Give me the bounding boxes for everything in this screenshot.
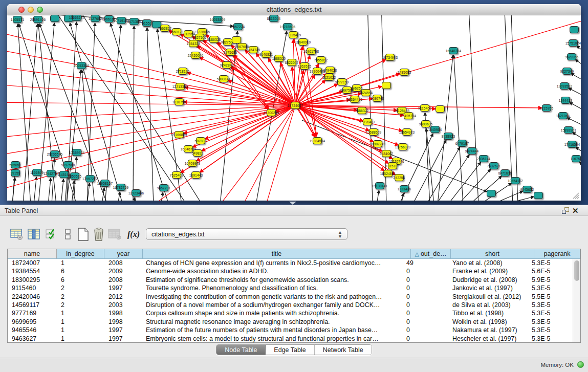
graph-node[interactable]: 20053346: [77, 62, 86, 69]
graph-node[interactable]: 7663822: [160, 25, 169, 32]
graph-node[interactable]: 1810755: [175, 98, 184, 105]
graph-node[interactable]: 18300295: [267, 109, 276, 116]
graph-node[interactable]: 8215955: [542, 104, 551, 112]
column-header-out_de[interactable]: △ out_de…: [411, 249, 451, 258]
graph-node[interactable]: 8813054: [269, 15, 278, 22]
delete-table-icon[interactable]: [107, 227, 123, 242]
graph-node[interactable]: 1654338: [189, 40, 198, 47]
graph-node[interactable]: 1640954: [430, 126, 440, 133]
graph-node[interactable]: 1733426: [400, 185, 409, 192]
graph-node[interactable]: 8454749: [249, 46, 258, 53]
new-table-icon[interactable]: [76, 227, 91, 242]
graph-node[interactable]: 19138141: [375, 182, 384, 189]
graph-node[interactable]: [232, 36, 241, 43]
graph-node[interactable]: 1815182: [388, 162, 397, 169]
graph-node[interactable]: 19166829: [175, 131, 184, 138]
graph-node[interactable]: 3975685: [226, 49, 235, 56]
graph-node[interactable]: 587833: [196, 137, 205, 144]
column-header-name[interactable]: name: [8, 249, 57, 258]
graph-node[interactable]: 20364456: [350, 96, 359, 103]
graph-node[interactable]: 9227349: [562, 68, 572, 75]
graph-node[interactable]: 19654923: [402, 128, 411, 136]
graph-node[interactable]: 20206576: [50, 150, 59, 158]
graph-node[interactable]: 1080748: [373, 95, 382, 102]
graph-node[interactable]: 8471676: [500, 169, 510, 177]
graph-node[interactable]: 8186328: [209, 36, 219, 43]
graph-node[interactable]: [382, 82, 391, 89]
graph-node[interactable]: 7857224: [233, 23, 243, 30]
graph-node[interactable]: [534, 192, 543, 199]
graph-node[interactable]: 1621064: [558, 112, 568, 119]
graph-node[interactable]: 12093582: [560, 82, 569, 90]
table-settings-icon[interactable]: [9, 227, 25, 242]
graph-node[interactable]: 9474444: [467, 147, 476, 155]
graph-node[interactable]: 2967608: [237, 43, 247, 50]
graph-node[interactable]: 9115460: [420, 104, 429, 112]
graph-node[interactable]: 15892901: [564, 126, 573, 134]
table-row[interactable]: 1456911722003Disruption of a novel membe…: [8, 301, 573, 309]
tab-network-table[interactable]: Network Table: [315, 345, 372, 355]
graph-node[interactable]: 10653287: [72, 15, 81, 21]
graph-node[interactable]: 2935114: [479, 155, 488, 162]
graph-node[interactable]: 1691443: [191, 171, 201, 179]
graph-node[interactable]: 252254: [395, 174, 404, 181]
window-titlebar[interactable]: citations_edges.txt: [7, 4, 581, 15]
graph-node[interactable]: 19734943: [385, 54, 395, 61]
select-rows-icon[interactable]: [44, 227, 59, 242]
graph-node[interactable]: 9457791: [159, 184, 168, 191]
graph-node[interactable]: 19756928: [398, 143, 407, 150]
graph-node[interactable]: 17359924: [72, 149, 81, 156]
graph-node[interactable]: 16958167: [100, 180, 110, 187]
table-row[interactable]: 946362711997Embryonic stem cells: a mode…: [8, 335, 573, 342]
graph-node[interactable]: 7486322: [357, 107, 366, 114]
graph-node[interactable]: 1588520: [274, 55, 284, 62]
graph-node[interactable]: 9245652: [522, 186, 532, 193]
graph-node[interactable]: 9777169: [337, 78, 346, 85]
table-row[interactable]: 969969511998Structural magnetic resonanc…: [8, 318, 573, 326]
graph-node[interactable]: 15720407: [363, 118, 372, 125]
graph-node[interactable]: 15751074: [569, 39, 578, 47]
graph-node[interactable]: 12942757: [47, 170, 56, 177]
float-panel-icon[interactable]: [562, 207, 570, 215]
table-scrollbar[interactable]: [573, 259, 580, 342]
column-header-year[interactable]: year: [104, 249, 143, 258]
tab-edge-table[interactable]: Edge Table: [266, 345, 314, 355]
graph-node[interactable]: 116753: [572, 155, 581, 162]
memory-status-indicator[interactable]: [577, 361, 584, 368]
graph-node[interactable]: 18907249: [373, 140, 382, 147]
graph-node[interactable]: 8938923: [444, 133, 453, 140]
table-row[interactable]: 911546021997Tourette syndrome. Phenomeno…: [8, 284, 573, 292]
graph-node[interactable]: 7485083: [400, 69, 409, 76]
graph-node[interactable]: 12213383: [176, 83, 185, 90]
graph-node[interactable]: 2718170: [178, 68, 187, 75]
graph-node[interactable]: 7515526: [142, 19, 151, 27]
graph-node[interactable]: 6466161: [104, 15, 114, 23]
graph-node[interactable]: 16053809: [213, 16, 222, 23]
graph-node[interactable]: 39159: [11, 169, 20, 177]
resize-grip[interactable]: [572, 192, 579, 199]
table-row[interactable]: 2242004622012Investigating the contribut…: [8, 293, 573, 301]
graph-node[interactable]: 6794028: [325, 67, 335, 74]
column-header-short[interactable]: short: [451, 249, 534, 258]
graph-node[interactable]: 6671385: [129, 18, 139, 25]
graph-node[interactable]: 3624554: [361, 89, 371, 96]
graph-node[interactable]: 16782759: [116, 184, 125, 191]
graph-node[interactable]: 16046798: [184, 145, 193, 152]
network-canvas[interactable]: 1405571208914061065328715276026466161107…: [7, 15, 581, 201]
table-row[interactable]: 946554611997Estimation of the future num…: [8, 326, 573, 334]
graph-node[interactable]: 1244413: [561, 97, 570, 104]
table-scrollbar-thumb[interactable]: [574, 260, 579, 281]
delete-rows-icon[interactable]: [91, 227, 106, 242]
graph-node[interactable]: 9827508: [223, 38, 232, 46]
graph-node[interactable]: 549822: [193, 149, 202, 157]
graph-node[interactable]: 9242843: [222, 61, 231, 69]
graph-node[interactable]: 1156869: [32, 169, 41, 176]
close-panel-icon[interactable]: ✕: [572, 206, 579, 215]
graph-node[interactable]: 18640910: [298, 38, 308, 46]
graph-node[interactable]: 16961758: [307, 48, 316, 55]
graph-node[interactable]: 1350515: [70, 172, 79, 180]
graph-node[interactable]: 18724007: [291, 102, 300, 109]
graph-node[interactable]: 20891406: [33, 16, 42, 23]
graph-node[interactable]: [570, 26, 579, 33]
graph-node[interactable]: [487, 190, 496, 197]
